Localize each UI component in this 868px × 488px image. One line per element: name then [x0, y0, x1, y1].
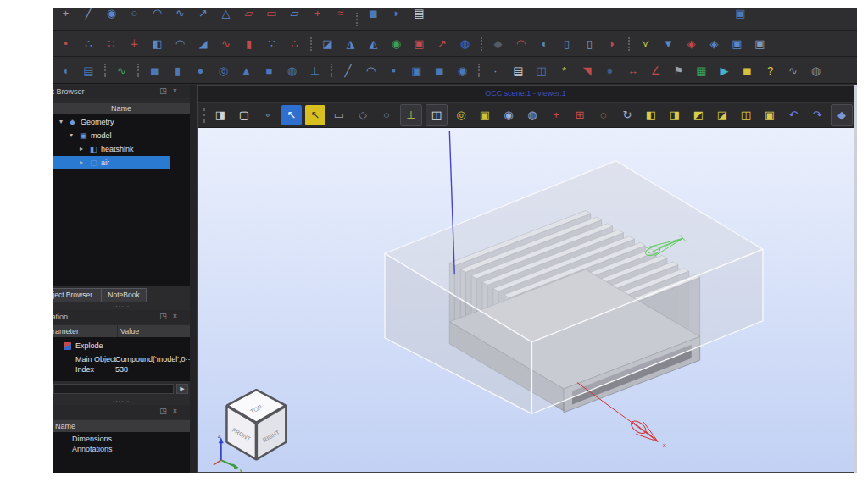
pipe-t-icon[interactable]: ▯ [557, 35, 576, 53]
expander-open-icon[interactable]: ▾ [70, 129, 73, 142]
global-pan-icon[interactable]: ⊞ [570, 105, 590, 125]
isoline-icon[interactable]: ≈ [331, 8, 350, 23]
explode-icon[interactable]: * [554, 61, 574, 80]
face-primitive-icon[interactable]: ■ [259, 61, 279, 80]
pan-icon[interactable]: + [546, 105, 566, 125]
box-primitive-icon[interactable]: ◼ [145, 61, 164, 80]
disk-primitive-icon[interactable]: ◍ [282, 61, 302, 80]
curve-3d-icon[interactable]: ◠ [170, 35, 190, 53]
line-2-icon[interactable]: ╱ [338, 61, 358, 80]
rotation-point-icon[interactable]: ◌ [593, 105, 614, 125]
user-gray-icon[interactable]: ◍ [806, 61, 826, 80]
pipe-icon[interactable]: ▮ [239, 35, 259, 53]
point-icon[interactable]: ◉ [102, 8, 121, 23]
close-panel-icon[interactable]: × [170, 86, 180, 96]
disk-icon[interactable]: ◖ [56, 61, 75, 80]
close-panel-icon[interactable]: × [170, 312, 180, 321]
what-is-icon[interactable]: ▶ [715, 61, 734, 80]
expander-open-icon[interactable]: ▾ [59, 115, 63, 129]
divide-point-icon[interactable]: ∔ [125, 35, 144, 53]
select-polygon-icon[interactable]: ◇ [353, 105, 373, 125]
notebook-page-icon[interactable]: ▤ [509, 61, 528, 80]
plane-arrow-icon[interactable]: ◥ [577, 61, 597, 80]
pipe-y-icon[interactable]: ⋎ [636, 35, 655, 53]
show-trihedron-icon[interactable]: ⊥ [400, 104, 422, 126]
select-cursor-icon[interactable]: ↖ [281, 105, 302, 125]
box-banded-icon[interactable]: ◫ [531, 61, 551, 80]
local-cs-icon[interactable]: + [308, 8, 327, 23]
tab-object-browser[interactable]: Object Browser [53, 288, 102, 302]
measure-distance-icon[interactable]: ↔ [623, 61, 643, 80]
occ-scene[interactable]: x [198, 128, 854, 472]
chamfer-box-2-icon[interactable]: ▣ [750, 35, 770, 53]
curve-icon[interactable]: ∿ [170, 8, 190, 23]
cylinder-primitive-icon[interactable]: ▮ [168, 61, 187, 80]
shield-icon[interactable]: ◍ [455, 35, 475, 53]
zoom-icon[interactable]: ◉ [498, 105, 519, 125]
compound-icon[interactable]: ◼ [430, 61, 449, 80]
tree-item-air[interactable]: ▸▢air [53, 156, 170, 169]
annotation-icon[interactable]: ⚑ [669, 61, 688, 80]
chamfer-box-icon[interactable]: ▣ [727, 35, 747, 53]
solid-icon[interactable]: ▣ [407, 61, 426, 80]
point-set-icon[interactable]: ∵ [262, 35, 281, 53]
arc-2-icon[interactable]: ◠ [361, 61, 381, 80]
fit-area-icon[interactable]: ▣ [475, 105, 495, 125]
point-group-icon[interactable]: ∷ [102, 35, 121, 53]
pipe-t2-icon[interactable]: ▯ [580, 35, 599, 53]
reset-view-icon[interactable]: ↶ [783, 105, 804, 125]
shading-icon[interactable]: ● [600, 61, 620, 80]
plane-red-icon[interactable]: ▣ [409, 35, 429, 53]
dock-viewer-splitter[interactable] [190, 85, 197, 473]
navigation-cube[interactable]: TOP FRONT RIGHT [228, 391, 285, 458]
ellipse-icon[interactable]: ○ [125, 8, 144, 23]
vector-point-icon[interactable]: ↗ [432, 35, 452, 53]
add-icon[interactable]: + [56, 8, 75, 23]
revolution-icon[interactable]: ◗ [387, 8, 406, 23]
wedge-icon[interactable]: ◆ [488, 35, 508, 53]
plane-icon[interactable]: ▱ [285, 8, 304, 23]
left-view-icon[interactable]: ◫ [736, 105, 756, 125]
tree-item-heatshink[interactable]: ▸◧heatshink [53, 142, 190, 156]
gem-icon[interactable]: ◈ [682, 35, 701, 53]
restore-panel-icon[interactable]: ◳ [159, 407, 168, 416]
line-icon[interactable]: ╱ [79, 8, 98, 23]
splitter-handle[interactable]: ······ [53, 304, 190, 309]
expander-closed-icon[interactable]: ▸ [80, 156, 83, 169]
cone-primitive-icon[interactable]: ▲ [236, 61, 256, 80]
iso-view-icon[interactable]: ◆ [831, 104, 853, 126]
surface-icon[interactable]: ◢ [193, 35, 213, 53]
point-add-icon[interactable]: ∴ [285, 35, 304, 53]
prism-icon[interactable]: ◮ [341, 35, 360, 53]
cylinder-parts-icon[interactable]: ▤ [79, 61, 98, 80]
right-view-icon[interactable]: ▣ [760, 105, 780, 125]
funnel-icon[interactable]: ▼ [659, 35, 678, 53]
arc-icon[interactable]: ◠ [147, 8, 167, 23]
select-rectangle-icon[interactable]: ▭ [329, 105, 349, 125]
tree-item-model[interactable]: ▾▣model [53, 129, 190, 142]
surface-green-icon[interactable]: ∿ [112, 61, 131, 80]
module-icon[interactable]: ▣ [731, 8, 750, 23]
point-face-icon[interactable]: ◧ [147, 35, 167, 53]
rotate-icon[interactable]: ↻ [617, 105, 637, 125]
box-edge-icon[interactable]: ◪ [318, 35, 337, 53]
help-icon[interactable]: ? [760, 61, 780, 80]
back-view-icon[interactable]: ◨ [665, 105, 685, 125]
scroll-right-icon[interactable]: ▶ [176, 384, 188, 394]
patch-icon[interactable]: ◖ [534, 35, 554, 53]
fit-all-icon[interactable]: ◎ [451, 105, 471, 125]
sphere-green-icon[interactable]: ◉ [387, 35, 406, 53]
sphere-primitive-icon[interactable]: ● [191, 61, 210, 80]
tree-item-geometry[interactable]: ▾◆Geometry [53, 115, 190, 129]
document-icon[interactable]: ▤ [409, 8, 429, 23]
polyline-icon[interactable]: △ [216, 8, 236, 23]
point-red-icon[interactable]: • [56, 35, 75, 53]
restore-panel-icon[interactable]: ◳ [159, 86, 168, 96]
local-cs-2-icon[interactable]: ⊥ [305, 61, 325, 80]
splitter-handle[interactable]: ······ [53, 399, 190, 404]
dump-view-icon[interactable]: ◨ [210, 105, 231, 125]
expander-closed-icon[interactable]: ▸ [80, 142, 83, 156]
viewport-3d[interactable]: x [198, 128, 854, 472]
working-plane-icon[interactable]: ▭ [262, 8, 281, 23]
dot-icon[interactable]: · [486, 61, 505, 80]
